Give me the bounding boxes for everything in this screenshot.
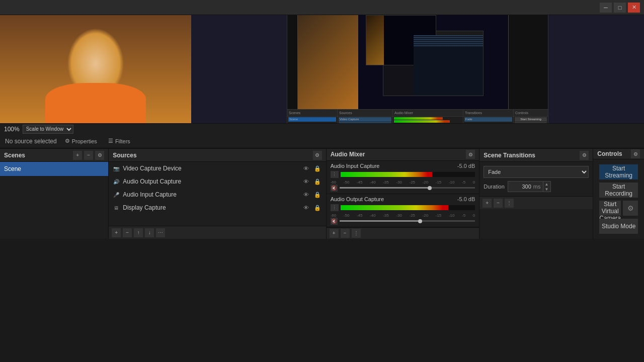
display-capture-lock-button[interactable]: 🔒: [313, 203, 322, 212]
mixer-input-slider-thumb: [428, 186, 432, 190]
no-source-text: No source selected: [5, 138, 57, 145]
scale-select[interactable]: Scale to Window: [23, 125, 73, 134]
start-streaming-button[interactable]: Start Streaming: [599, 164, 638, 179]
video-capture-visibility-button[interactable]: 👁: [302, 164, 311, 173]
webcam-preview: [0, 15, 191, 123]
audio-input-icon: 🎤: [113, 191, 120, 198]
audio-output-controls: 👁 🔒: [302, 177, 322, 186]
transitions-options-button[interactable]: ⋮: [505, 199, 514, 208]
mixer-input-mute-button[interactable]: 🔇: [331, 185, 338, 192]
audio-input-lock-button[interactable]: 🔒: [313, 190, 322, 199]
mixer-input-controls: ⋮: [331, 171, 475, 178]
scene-item-scene[interactable]: Scene: [0, 162, 108, 176]
gear-icon: ⚙: [65, 138, 70, 144]
mixer-panel-header: Audio Mixer ⚙: [327, 149, 479, 161]
start-virtual-camera-button[interactable]: Start Virtual Camera: [599, 201, 621, 216]
sources-list: 📷 Video Capture Device 👁 🔒 🔊 Audio Outpu…: [109, 162, 326, 226]
source-item-display-capture[interactable]: 🖥 Display Capture 👁 🔒: [109, 201, 326, 214]
mixer-add-button[interactable]: +: [330, 229, 339, 238]
video-capture-lock-button[interactable]: 🔒: [313, 164, 322, 173]
sources-settings-button[interactable]: ⚙: [313, 151, 322, 160]
scenes-add-button[interactable]: +: [73, 151, 82, 160]
scenes-remove-button[interactable]: −: [84, 151, 93, 160]
duration-input[interactable]: [508, 184, 533, 190]
audio-output-lock-button[interactable]: 🔒: [313, 177, 322, 186]
obs2-noise-line: [414, 45, 483, 46]
mixer-output-volume-slider[interactable]: [340, 220, 475, 222]
mixer-output-level-bar: [341, 205, 475, 210]
filters-button[interactable]: ☰ Filters: [105, 137, 133, 145]
sources-move-up-button[interactable]: ↑: [134, 228, 143, 237]
panels-row: Scenes + − ⚙ Scene Sources ⚙ 📷 Video Cap…: [0, 148, 644, 239]
transitions-content: Fade Duration ms ▲ ▼: [479, 162, 593, 196]
mixer-output-marks: -60 -50 -45 -40 -35 -30 -25 -20 -15 -10 …: [331, 213, 475, 218]
bip-controls-header: Controls: [514, 110, 548, 117]
panel-controls: Controls ⚙ Start Streaming Start Recordi…: [593, 149, 644, 239]
transition-type-select[interactable]: Fade: [484, 166, 589, 178]
mixer-channel-audio-input: Audio Input Capture -5.0 dB ⋮ -60 -50 -4…: [327, 161, 479, 194]
obs2-noise-line: [414, 35, 483, 36]
bip-mixer: Audio Mixer: [393, 110, 463, 124]
properties-button[interactable]: ⚙ Properties: [62, 137, 100, 145]
duration-up-button[interactable]: ▲: [543, 182, 550, 187]
bip-mixer-bar-1: [394, 117, 443, 120]
mixer-output-db: -5.0 dB: [457, 196, 475, 202]
mixer-options-button[interactable]: ⋮: [352, 229, 361, 238]
obs2-webcam: [298, 15, 358, 120]
mixer-input-slider-fill: [340, 187, 428, 189]
bip-transitions-header: Transitions: [463, 110, 513, 117]
bip-mixer-header: Audio Mixer: [393, 110, 463, 117]
mixer-input-level-bar: [341, 172, 475, 177]
obs2-inner-left: [383, 35, 414, 96]
transitions-remove-button[interactable]: −: [494, 199, 503, 208]
controls-content: Start Streaming Start Recording Start Vi…: [593, 159, 644, 239]
source-item-audio-output[interactable]: 🔊 Audio Output Capture 👁 🔒: [109, 175, 326, 188]
mixer-remove-button[interactable]: −: [341, 229, 350, 238]
sources-filter-button[interactable]: ⋯: [156, 228, 165, 237]
audio-output-visibility-button[interactable]: 👁: [302, 177, 311, 186]
transitions-title: Scene Transitions: [484, 152, 535, 159]
video-capture-icon: 📷: [113, 165, 120, 172]
duration-down-button[interactable]: ▼: [543, 187, 550, 192]
mixer-input-volume-row: 🔇: [331, 185, 475, 192]
sources-move-down-button[interactable]: ↓: [145, 228, 154, 237]
sources-remove-button[interactable]: −: [123, 228, 132, 237]
bip-mixer-bar-2: [394, 120, 450, 123]
controls-settings-button[interactable]: ⚙: [631, 149, 640, 158]
source-item-video-capture[interactable]: 📷 Video Capture Device 👁 🔒: [109, 162, 326, 175]
mixer-input-settings-button[interactable]: ⋮: [331, 171, 339, 178]
transitions-settings-button[interactable]: ⚙: [580, 151, 589, 160]
source-item-audio-input[interactable]: 🎤 Audio Input Capture 👁 🔒: [109, 188, 326, 201]
duration-unit: ms: [533, 184, 543, 190]
transitions-header-icons: ⚙: [580, 151, 589, 160]
scenes-settings-button[interactable]: ⚙: [95, 151, 104, 160]
start-recording-button[interactable]: Start Recording: [599, 183, 638, 198]
transitions-panel-header: Scene Transitions ⚙: [479, 149, 593, 162]
studio-mode-button[interactable]: Studio Mode: [599, 219, 638, 234]
maximize-button[interactable]: □: [614, 3, 626, 13]
obs2-noise-line: [414, 37, 483, 38]
display-capture-icon: 🖥: [113, 204, 120, 211]
mixer-output-mute-button[interactable]: 🔇: [331, 218, 338, 225]
panel-transitions: Scene Transitions ⚙ Fade Duration ms ▲ ▼: [479, 149, 593, 239]
transitions-add-button[interactable]: +: [482, 199, 492, 208]
duration-label: Duration: [484, 184, 505, 190]
mixer-settings-button[interactable]: ⚙: [466, 150, 475, 159]
mixer-channel-input-header: Audio Input Capture -5.0 dB: [331, 163, 475, 169]
mixer-output-settings-button[interactable]: ⋮: [331, 204, 339, 211]
virtual-camera-settings-button[interactable]: ⚙: [623, 201, 638, 216]
mixer-channel-audio-output: Audio Output Capture -5.0 dB ⋮ -60 -50 -…: [327, 194, 479, 227]
mixer-output-volume-row: 🔇: [331, 218, 475, 225]
scenes-header-icons: + − ⚙: [73, 151, 104, 160]
display-capture-visibility-button[interactable]: 👁: [302, 203, 311, 212]
close-button[interactable]: ✕: [628, 3, 640, 13]
obs2-noise-lines: [414, 35, 483, 47]
minimize-button[interactable]: ─: [600, 3, 612, 13]
title-bar-controls: ─ □ ✕: [600, 3, 640, 13]
bip-record-btn: Start Recording: [515, 122, 547, 124]
audio-input-visibility-button[interactable]: 👁: [302, 190, 311, 199]
filter-icon: ☰: [108, 138, 113, 144]
obs2-screen: [358, 15, 508, 120]
sources-add-button[interactable]: +: [112, 228, 121, 237]
mixer-input-volume-slider[interactable]: [340, 187, 475, 189]
